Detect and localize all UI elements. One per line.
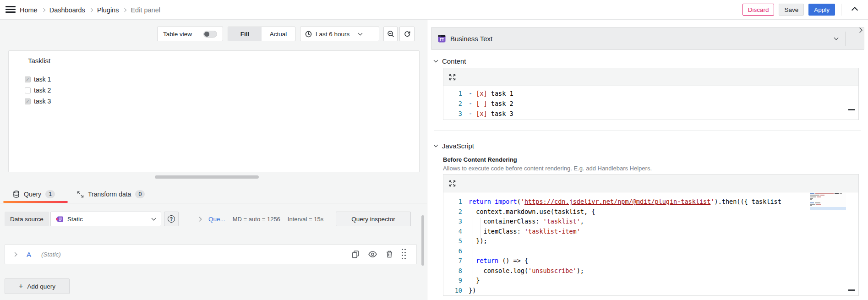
grafana-edit-panel: Home Dashboards Plugins Edit panel Disca… [0, 0, 868, 300]
eye-icon[interactable] [368, 251, 377, 257]
query-options-link[interactable]: Que... [208, 216, 225, 223]
datasource-select[interactable]: Static [50, 212, 161, 226]
fill-option[interactable]: Fill [228, 27, 262, 41]
content-code-area[interactable]: 1- [x] task 12- [ ] task 23- [x] task 3 [443, 86, 858, 120]
code-line: 2 context.markdown.use(tasklist, { [443, 207, 858, 217]
query-row-card: A (Static) [5, 244, 417, 264]
tab-query[interactable]: Query 1 [13, 185, 55, 203]
chevron-right-icon[interactable] [13, 252, 17, 256]
business-text-plugin-icon [438, 35, 446, 43]
save-button[interactable]: Save [779, 4, 804, 16]
code-line: 4 itemClass: 'tasklist-item' [443, 227, 858, 237]
code-line: 3- [x] task 3 [443, 109, 858, 119]
edit-left-section: Table view Fill Actual Last 6 hours [0, 20, 427, 300]
content-section-title: Content [442, 57, 466, 65]
breadcrumb-home[interactable]: Home [20, 6, 38, 14]
javascript-section-header[interactable]: JavaScript [434, 142, 474, 150]
datasource-label: Data source [5, 212, 49, 226]
code-line: 1return import('https://cdn.jsdelivr.net… [443, 197, 858, 207]
add-query-button[interactable]: + Add query [5, 278, 70, 294]
task-checkbox[interactable]: ✓ [25, 98, 31, 104]
query-options-toggle[interactable]: Que... MD = auto = 1256 Interval = 15s [198, 212, 323, 226]
expand-icon[interactable] [449, 74, 456, 81]
visualization-name: Business Text [450, 35, 492, 43]
content-editor-toolbar [443, 68, 858, 86]
table-view-switch[interactable] [203, 31, 217, 38]
expand-icon[interactable] [449, 180, 456, 187]
panel-preview: Tasklist ✓task 1task 2✓task 3 [8, 50, 420, 172]
indent-guide [473, 208, 473, 295]
time-range-picker[interactable]: Last 6 hours [300, 27, 379, 41]
code-line: 10}) [443, 286, 858, 296]
discard-button[interactable]: Discard [742, 4, 775, 16]
table-view-label: Table view [163, 31, 192, 38]
task-label: task 1 [34, 76, 51, 83]
code-text: console.log('unsubscribe'); [462, 266, 584, 276]
datasource-help-button[interactable]: ? [164, 212, 179, 226]
code-text: - [x] task 3 [462, 109, 513, 119]
query-inspector-button[interactable]: Query inspector [336, 212, 411, 226]
overview-ruler-mark [848, 289, 855, 291]
tab-transform-label: Transform data [88, 191, 131, 198]
collapse-up-icon[interactable] [852, 7, 858, 13]
question-icon: ? [168, 215, 175, 223]
active-tab-indicator [3, 201, 68, 203]
tab-query-label: Query [24, 191, 41, 198]
horizontal-scrollbar[interactable] [155, 175, 259, 179]
task-checkbox[interactable] [25, 87, 31, 93]
task-row: task 2 [25, 85, 51, 96]
chevron-right-icon [89, 8, 93, 12]
code-text: - [ ] task 2 [462, 98, 513, 109]
menu-icon[interactable] [5, 6, 16, 13]
divider [841, 4, 841, 16]
task-row: ✓task 3 [25, 96, 51, 107]
code-line: 9 } [443, 276, 858, 286]
nav-actions: Discard Save Apply [742, 4, 835, 16]
minimap [810, 193, 846, 208]
content-section-header[interactable]: Content [434, 57, 466, 65]
actual-option[interactable]: Actual [262, 27, 295, 41]
code-text: itemClass: 'tasklist-item' [462, 227, 580, 237]
options-pane: Business Text Content 1- [x] task 12- [ … [427, 20, 868, 300]
table-view-toggle[interactable]: Table view [157, 27, 223, 41]
query-row-header[interactable]: A (Static) [13, 245, 61, 264]
code-text: }) [462, 286, 476, 296]
javascript-code-area[interactable]: 1return import('https://cdn.jsdelivr.net… [443, 192, 858, 295]
code-line: 1- [x] task 1 [443, 88, 858, 98]
datasource-value: Static [67, 216, 83, 223]
breadcrumb-dashboards[interactable]: Dashboards [49, 6, 85, 14]
content-code-editor[interactable]: 1- [x] task 12- [ ] task 23- [x] task 3 [443, 68, 859, 120]
zoom-out-button[interactable] [383, 27, 398, 41]
line-number: 9 [443, 276, 462, 286]
javascript-editor-toolbar [443, 175, 858, 192]
javascript-section-title: JavaScript [442, 142, 474, 150]
chevron-down-icon [152, 216, 156, 221]
tab-transform-data[interactable]: Transform data 0 [77, 185, 145, 203]
refresh-icon [404, 30, 411, 38]
chevron-down-icon [834, 36, 839, 40]
top-navbar: Home Dashboards Plugins Edit panel Disca… [0, 0, 868, 20]
code-text: return () => { [462, 256, 528, 266]
drag-handle-icon[interactable] [402, 249, 407, 260]
visualization-picker[interactable]: Business Text [431, 27, 864, 50]
task-checkbox[interactable]: ✓ [25, 76, 31, 82]
breadcrumb-plugins[interactable]: Plugins [97, 6, 119, 14]
trash-icon[interactable] [386, 251, 393, 258]
query-ref-id[interactable]: A [27, 251, 31, 258]
code-line: 3 containerClass: 'tasklist', [443, 217, 858, 227]
line-number: 6 [443, 246, 462, 256]
task-label: task 2 [34, 87, 51, 94]
apply-button[interactable]: Apply [808, 4, 835, 16]
plus-icon: + [19, 283, 23, 290]
duplicate-icon[interactable] [352, 251, 359, 258]
refresh-button[interactable] [399, 27, 415, 41]
chevron-right-icon [197, 217, 202, 221]
javascript-code-editor[interactable]: 1return import('https://cdn.jsdelivr.net… [443, 174, 859, 296]
divider [845, 32, 846, 46]
datasource-row: Data source Static ? Que... MD = auto = … [0, 211, 427, 228]
code-line: 8 console.log('unsubscribe'); [443, 266, 858, 276]
before-render-description: Allows to execute code before content re… [443, 165, 652, 172]
code-text: }); [462, 236, 487, 246]
line-number: 1 [443, 197, 462, 207]
interval-value: Interval = 15s [288, 216, 323, 223]
